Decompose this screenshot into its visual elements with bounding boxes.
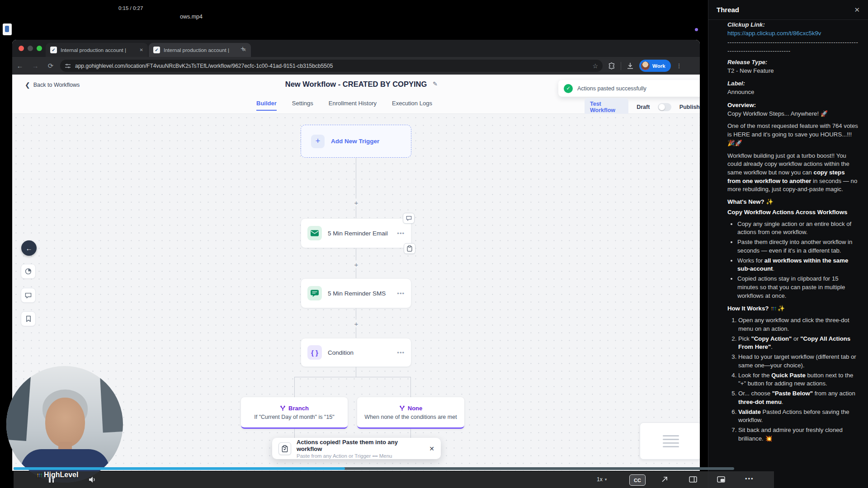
forward-icon[interactable]: → [28, 62, 43, 70]
browser-tab[interactable]: ✓Internal production account |✕ [149, 43, 251, 57]
node-menu-icon[interactable]: ••• [397, 230, 405, 237]
paragraph: Workflow building just got a turbo boost… [727, 152, 859, 194]
sms-action-node[interactable]: 5 Min Reminder SMS ••• [301, 278, 411, 308]
browser-menu-icon[interactable]: ⋮ [676, 62, 683, 69]
success-toast: ✓ Actions pasted successfully ✕ [558, 80, 700, 97]
branch-icon [399, 405, 405, 411]
video-progress-bar[interactable] [14, 467, 734, 470]
browser-toolbar: ← → ⟳ app.gohighlevel.com/location/FT4vu… [12, 57, 700, 75]
label-label: Label: [727, 80, 859, 88]
tab-title: Internal production account | [164, 47, 239, 53]
tab-builder[interactable]: Builder [256, 100, 277, 111]
video-progress-fill [14, 467, 345, 470]
label-value: Announce [727, 88, 859, 97]
whats-new-title: What's New? ✨ [727, 198, 859, 206]
captions-button[interactable]: CC [629, 474, 646, 486]
tab-settings[interactable]: Settings [292, 100, 313, 111]
condition-node[interactable]: { } Condition ••• [301, 338, 411, 367]
branch-node[interactable]: Branch If "Current Day of month" is "15" [241, 397, 348, 429]
paragraph: One of the most requested feature with 7… [727, 122, 859, 147]
publish-toggle[interactable] [658, 103, 671, 111]
stats-button[interactable] [21, 264, 36, 279]
open-in-new-icon[interactable] [661, 476, 668, 485]
highlevel-arrows-icon: ↑↑↑ [36, 471, 42, 479]
profile-button[interactable]: Work [639, 60, 671, 72]
release-type-value: T2 - New Feature [727, 67, 859, 75]
browser-tabstrip: ✓Internal production account |✕✓Internal… [12, 40, 700, 57]
chevron-down-icon: ▾ [605, 477, 607, 482]
volume-icon[interactable] [89, 476, 96, 485]
divider-dashes: ----------------------------------------… [727, 38, 859, 55]
browser-tabs: ✓Internal production account |✕✓Internal… [46, 43, 252, 57]
notification-dot [695, 28, 698, 31]
test-workflow-button[interactable]: Test Workflow [585, 98, 628, 116]
copied-toast: Actions copied! Paste them into any work… [272, 438, 441, 459]
avatar [641, 61, 650, 70]
back-icon[interactable]: ← [12, 62, 28, 70]
pie-chart-icon [25, 268, 32, 275]
canvas-minimap [640, 422, 700, 460]
whats-new-list: Copy any single action or an entire bloc… [727, 220, 859, 300]
connector [410, 377, 411, 397]
condition-icon: { } [307, 345, 322, 360]
add-action-icon[interactable]: + [353, 261, 360, 268]
reload-icon[interactable]: ⟳ [43, 62, 58, 70]
overview-text: Copy Workflow Steps... Anywhere! 🚀 [727, 110, 859, 118]
whats-new-subtitle: Copy Workflow Actions Across Workflows [727, 208, 859, 217]
bookmark-icon [26, 315, 31, 322]
close-icon[interactable]: ✕ [854, 6, 860, 14]
notes-button[interactable] [21, 311, 36, 326]
webcam-overlay [6, 366, 123, 483]
add-new-trigger-node[interactable]: + Add New Trigger [301, 125, 411, 158]
thread-panel: Thread ✕ Clickup Link: https://app.click… [708, 0, 868, 488]
tab-title: Internal production account | [61, 47, 136, 53]
thread-message: Clickup Link: https://app.clickup.com/t/… [727, 21, 859, 444]
extensions-icon[interactable] [608, 62, 615, 70]
maximize-window-icon[interactable] [37, 46, 42, 51]
url-text: app.gohighlevel.com/location/FT4vuuNRcBv… [75, 63, 588, 69]
downloads-icon[interactable] [627, 62, 634, 70]
picture-in-picture-icon[interactable] [717, 476, 725, 484]
whats-new-bullet: Copy any single action or an entire bloc… [737, 220, 859, 237]
sidebar-icon[interactable] [689, 476, 697, 484]
new-tab-button[interactable]: + [241, 44, 245, 53]
node-menu-icon[interactable]: ••• [397, 349, 405, 356]
bookmark-star-icon[interactable]: ☆ [592, 62, 598, 70]
plus-icon: + [311, 135, 325, 148]
toolbar-right: Work ⋮ [608, 60, 683, 72]
more-options-icon[interactable]: ••• [745, 475, 754, 482]
tab-execution-logs[interactable]: Execution Logs [392, 100, 432, 111]
browser-tab[interactable]: ✓Internal production account |✕ [46, 43, 148, 57]
release-type-label: Release Type: [727, 58, 859, 67]
node-menu-icon[interactable]: ••• [397, 290, 405, 297]
none-branch-node[interactable]: None When none of the conditions are met [357, 397, 464, 429]
header-actions: Test Workflow Draft Publish [585, 98, 700, 116]
add-action-icon[interactable]: + [353, 320, 360, 328]
quick-paste-icon[interactable] [404, 243, 415, 254]
connector [294, 429, 295, 438]
minimize-window-icon[interactable] [28, 46, 33, 51]
comment-icon[interactable] [403, 213, 415, 224]
playback-speed-button[interactable]: 1x▾ [597, 476, 607, 483]
how-it-works-step: Or... choose "Paste Below" from any acti… [738, 389, 859, 406]
draft-label: Draft [637, 104, 650, 110]
email-action-node[interactable]: 5 Min Reminder Email ••• [301, 218, 411, 248]
canvas-back-button[interactable]: ← [21, 240, 37, 256]
edit-title-icon[interactable]: ✎ [433, 80, 438, 87]
add-action-icon[interactable]: + [353, 199, 360, 206]
toast-close-icon[interactable]: ✕ [429, 445, 434, 452]
how-it-works-step: Validate Pasted Actions before saving th… [738, 408, 859, 425]
clipboard-icon [278, 442, 291, 455]
tab-close-icon[interactable]: ✕ [140, 47, 143, 52]
branch-icon [280, 405, 286, 411]
highlevel-arrows-emoji: ↑↑↑ [770, 305, 776, 312]
window-controls[interactable] [19, 46, 42, 51]
address-bar[interactable]: app.gohighlevel.com/location/FT4vuuNRcBv… [60, 60, 603, 72]
whats-new-bullet: Works for all workflows within the same … [737, 257, 859, 273]
tab-enrollment-history[interactable]: Enrollment History [329, 100, 377, 111]
connector [356, 158, 356, 218]
close-window-icon[interactable] [19, 46, 24, 51]
comments-button[interactable] [21, 288, 36, 303]
how-it-works-step: Open any workflow and click the three-do… [738, 316, 859, 333]
clickup-link[interactable]: https://app.clickup.com/t/86cxc5k9v [727, 29, 859, 38]
